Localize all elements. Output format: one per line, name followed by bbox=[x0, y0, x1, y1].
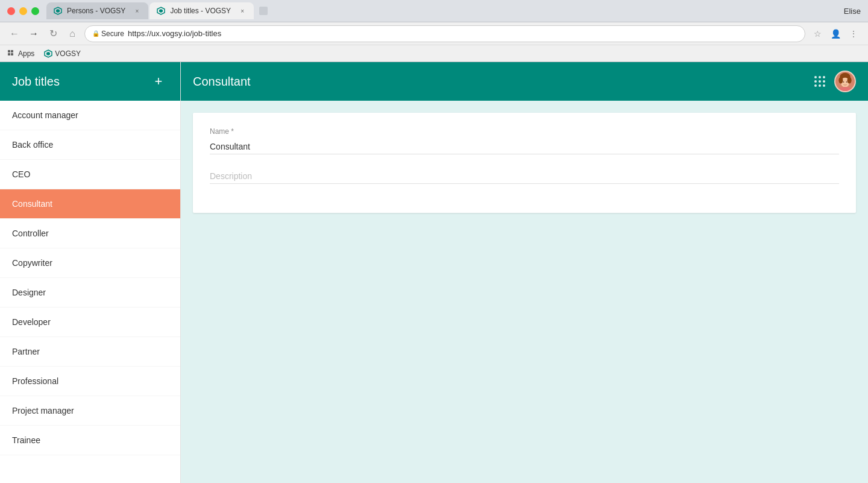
svg-marker-1 bbox=[56, 9, 60, 13]
apps-grid-icon bbox=[7, 49, 16, 58]
name-input[interactable] bbox=[210, 139, 839, 154]
main-content: Consultant bbox=[181, 62, 868, 483]
form-card: Name * bbox=[193, 113, 856, 213]
window-minimize-button[interactable] bbox=[19, 7, 27, 15]
svg-point-14 bbox=[843, 81, 844, 83]
description-input[interactable] bbox=[210, 169, 839, 184]
main-body: Name * bbox=[181, 101, 868, 483]
sidebar-item-ceo[interactable]: CEO bbox=[0, 160, 180, 189]
tab-label-job-titles: Job titles - VOGSY bbox=[170, 7, 231, 15]
bookmarks-bar: Apps VOGSY bbox=[0, 45, 868, 62]
sidebar-item-consultant[interactable]: Consultant bbox=[0, 189, 180, 219]
sidebar-item-designer[interactable]: Designer bbox=[0, 278, 180, 308]
sidebar-item-trainee[interactable]: Trainee bbox=[0, 426, 180, 455]
window-close-button[interactable] bbox=[7, 7, 15, 15]
sidebar-item-developer[interactable]: Developer bbox=[0, 308, 180, 337]
sidebar-item-account-manager[interactable]: Account manager bbox=[0, 101, 180, 130]
add-job-title-button[interactable]: + bbox=[149, 72, 168, 91]
address-bar[interactable]: 🔒 Secure https://ux.vogsy.io/job-titles bbox=[84, 25, 805, 42]
tab-close-job-titles[interactable]: × bbox=[238, 7, 247, 15]
svg-rect-6 bbox=[11, 50, 13, 52]
svg-rect-7 bbox=[8, 53, 10, 55]
svg-point-18 bbox=[848, 77, 852, 84]
browser-tabs: Persons - VOGSY × Job titles - VOGSY × bbox=[46, 2, 272, 19]
browser-chrome: Persons - VOGSY × Job titles - VOGSY × bbox=[0, 0, 868, 62]
svg-point-15 bbox=[846, 81, 848, 83]
back-button[interactable]: ← bbox=[7, 27, 22, 41]
browser-window-controls bbox=[7, 7, 39, 15]
svg-rect-8 bbox=[11, 53, 13, 55]
sidebar-item-project-manager[interactable]: Project manager bbox=[0, 396, 180, 426]
sidebar-item-controller[interactable]: Controller bbox=[0, 219, 180, 248]
home-button[interactable]: ⌂ bbox=[65, 27, 80, 41]
header-actions bbox=[810, 71, 856, 92]
forward-button[interactable]: → bbox=[27, 27, 41, 41]
sidebar-list: Account manager Back office CEO Consulta… bbox=[0, 101, 180, 483]
window-maximize-button[interactable] bbox=[31, 7, 39, 15]
secure-icon: 🔒 Secure bbox=[92, 30, 124, 38]
grid-menu-button[interactable] bbox=[810, 72, 829, 91]
sidebar-header: Job titles + bbox=[0, 62, 180, 101]
svg-marker-10 bbox=[46, 52, 50, 55]
new-tab-area bbox=[255, 2, 272, 19]
browser-titlebar: Persons - VOGSY × Job titles - VOGSY × bbox=[0, 0, 868, 22]
svg-marker-3 bbox=[159, 9, 163, 13]
user-avatar[interactable] bbox=[834, 71, 856, 92]
browser-user-name: Elise bbox=[844, 7, 861, 16]
url-text: https://ux.vogsy.io/job-titles bbox=[128, 29, 797, 38]
bookmark-vogsy-label: VOGSY bbox=[55, 49, 81, 58]
grid-icon bbox=[814, 76, 825, 87]
browser-extra-actions: ☆ 👤 ⋮ bbox=[810, 27, 861, 41]
menu-button[interactable]: ⋮ bbox=[846, 27, 861, 41]
bookmark-vogsy[interactable]: VOGSY bbox=[44, 49, 81, 58]
sidebar-title: Job titles bbox=[12, 75, 60, 89]
sidebar-item-professional[interactable]: Professional bbox=[0, 367, 180, 396]
sidebar-item-partner[interactable]: Partner bbox=[0, 337, 180, 367]
vogsy-bookmark-icon bbox=[44, 49, 52, 58]
sidebar-item-back-office[interactable]: Back office bbox=[0, 130, 180, 160]
refresh-button[interactable]: ↻ bbox=[46, 27, 60, 41]
browser-tab-persons[interactable]: Persons - VOGSY × bbox=[46, 2, 148, 19]
svg-rect-5 bbox=[8, 50, 10, 52]
browser-toolbar: ← → ↻ ⌂ 🔒 Secure https://ux.vogsy.io/job… bbox=[0, 22, 868, 45]
tab-close-persons[interactable]: × bbox=[133, 7, 141, 15]
svg-rect-4 bbox=[259, 7, 268, 15]
browser-tab-job-titles[interactable]: Job titles - VOGSY × bbox=[149, 2, 254, 19]
tab-label-persons: Persons - VOGSY bbox=[67, 7, 125, 15]
sidebar: Job titles + Account manager Back office… bbox=[0, 62, 181, 483]
svg-point-17 bbox=[838, 77, 843, 84]
name-field: Name * bbox=[210, 127, 839, 154]
description-field bbox=[210, 169, 839, 184]
tab-favicon-persons bbox=[54, 7, 62, 15]
bookmark-apps[interactable]: Apps bbox=[7, 49, 34, 58]
main-header: Consultant bbox=[181, 62, 868, 101]
account-button[interactable]: 👤 bbox=[828, 27, 843, 41]
star-button[interactable]: ☆ bbox=[810, 27, 825, 41]
sidebar-item-copywriter[interactable]: Copywriter bbox=[0, 248, 180, 278]
app-container: Job titles + Account manager Back office… bbox=[0, 62, 868, 483]
bookmark-apps-label: Apps bbox=[18, 49, 34, 58]
tab-favicon-job-titles bbox=[157, 7, 165, 15]
main-title: Consultant bbox=[193, 75, 251, 89]
name-label: Name * bbox=[210, 127, 839, 136]
